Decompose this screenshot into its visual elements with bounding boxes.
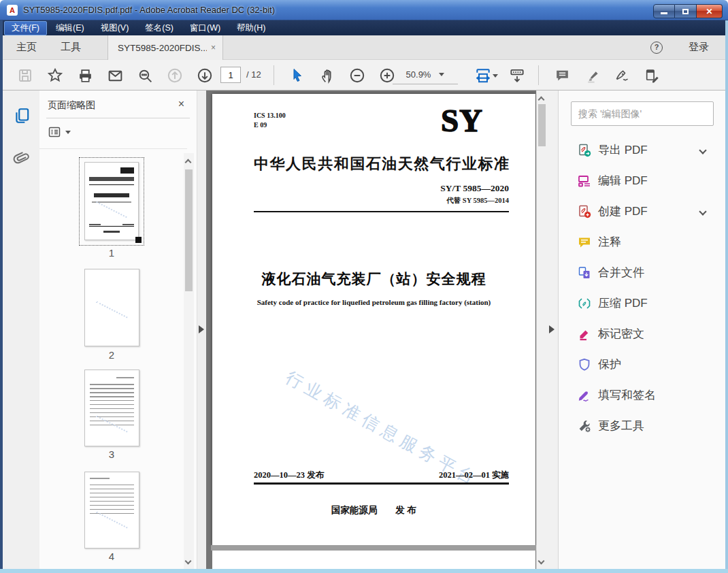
tab-home[interactable]: 主页 — [16, 41, 37, 54]
collapse-right-arrow-icon[interactable] — [549, 325, 555, 333]
tab-tools[interactable]: 工具 — [61, 41, 81, 54]
document-tab-label: SYT5985-2020FDIS... — [118, 43, 207, 53]
comment-tool-icon[interactable] — [552, 66, 572, 85]
zoom-level-dropdown[interactable]: 50.9% — [393, 65, 458, 84]
search-zoom-icon[interactable] — [135, 66, 154, 85]
menu-file[interactable]: 文件(F) — [4, 21, 47, 35]
fit-options-caret[interactable] — [491, 66, 499, 85]
previous-page-icon[interactable] — [165, 66, 184, 85]
toolbar: / 12 50.9% — [3, 60, 725, 91]
next-page-icon[interactable] — [195, 66, 214, 85]
edit-pdf-icon — [578, 174, 591, 188]
tool-edit-pdf[interactable]: 编辑 PDF — [559, 165, 725, 196]
page-thumbnails-icon[interactable] — [13, 107, 31, 125]
divider — [254, 211, 509, 212]
highlight-tool-icon[interactable] — [582, 66, 601, 85]
page-number-input[interactable] — [220, 67, 241, 83]
tools-search-input[interactable] — [571, 101, 714, 126]
scroll-up-icon — [185, 159, 192, 166]
tool-create-pdf[interactable]: 创建 PDF — [559, 196, 725, 227]
tool-label: 更多工具 — [598, 418, 644, 433]
tool-protect[interactable]: 保护 — [559, 349, 725, 380]
collapse-left-arrow-icon[interactable] — [199, 325, 204, 333]
thumbnail-page-1[interactable] — [79, 157, 144, 246]
thumbnails-panel: 页面缩略图 × 1 2 — [39, 91, 197, 569]
tool-redact[interactable]: 标记密文 — [559, 318, 725, 349]
menu-sign[interactable]: 签名(S) — [137, 21, 181, 35]
tool-compress-pdf[interactable]: 压缩 PDF — [559, 288, 725, 318]
tool-label: 编辑 PDF — [598, 173, 648, 189]
tool-label: 填写和签名 — [598, 387, 656, 403]
tool-comment[interactable]: 注释 — [559, 227, 725, 257]
fit-width-icon[interactable] — [474, 66, 493, 85]
close-button[interactable]: ✕ — [697, 4, 723, 18]
tool-fill-sign[interactable]: 填写和签名 — [559, 380, 725, 410]
menu-window[interactable]: 窗口(W) — [182, 21, 228, 35]
hand-tool-icon[interactable] — [318, 66, 337, 85]
print-icon[interactable] — [76, 66, 95, 85]
document-tab[interactable]: SYT5985-2020FDIS... × — [107, 35, 223, 60]
save-icon[interactable] — [16, 66, 35, 85]
zoom-out-icon[interactable] — [348, 66, 367, 85]
thumbnail-page-3[interactable] — [84, 370, 139, 446]
right-panel-collapse-strip — [546, 91, 558, 569]
panel-close-icon[interactable]: × — [178, 98, 184, 110]
menu-edit[interactable]: 编辑(E) — [48, 21, 92, 35]
maximize-button[interactable] — [675, 4, 697, 18]
attachments-paperclip-icon[interactable] — [13, 150, 31, 168]
comment-icon — [578, 235, 591, 249]
chevron-down-icon — [65, 131, 71, 134]
left-panel-collapse-strip — [197, 91, 206, 569]
acrobat-window: A SYT5985-2020FDIS.pdf.pdf - Adobe Acrob… — [0, 0, 728, 573]
tool-more-tools[interactable]: 更多工具 — [559, 410, 725, 441]
tab-bar: 主页 工具 SYT5985-2020FDIS... × ? 登录 — [3, 35, 725, 60]
thumbnail-page-2[interactable] — [84, 269, 139, 346]
document-canvas[interactable]: ICS 13.100 E 09 SY 中华人民共和国石油天然气行业标准 SY/T… — [206, 91, 546, 569]
star-icon[interactable] — [46, 66, 65, 85]
tab-close-icon[interactable]: × — [211, 43, 216, 52]
scroll-down-icon — [538, 558, 545, 565]
selection-handle[interactable] — [135, 237, 142, 243]
more-tools-icon — [578, 419, 591, 433]
menu-view[interactable]: 视图(V) — [93, 21, 137, 35]
tool-combine-files[interactable]: 合并文件 — [559, 257, 725, 288]
navigation-rail — [3, 91, 39, 569]
compress-pdf-icon — [578, 297, 591, 310]
thumbnail-options-button[interactable] — [48, 125, 71, 139]
menu-help[interactable]: 帮助(H) — [229, 21, 273, 35]
minimize-button[interactable] — [653, 4, 675, 18]
export-pdf-icon — [578, 144, 591, 157]
title-bar: A SYT5985-2020FDIS.pdf.pdf - Adobe Acrob… — [0, 0, 728, 20]
tool-label: 注释 — [598, 234, 621, 250]
email-icon[interactable] — [105, 66, 125, 85]
document-scrollbar[interactable] — [536, 91, 546, 569]
scrollbar-thumb[interactable] — [538, 104, 546, 146]
window-frame-right — [725, 20, 728, 569]
ics-class: E 09 — [254, 120, 286, 130]
acrobat-app-icon: A — [7, 5, 18, 16]
thumbnails-panel-title: 页面缩略图 — [48, 99, 95, 112]
tool-label: 创建 PDF — [598, 203, 648, 219]
thumbnail-page-4[interactable] — [84, 472, 139, 549]
replaces-note: 代替 SY 5985—2014 — [446, 196, 509, 206]
zoom-level-value: 50.9% — [406, 69, 431, 80]
scroll-mode-icon[interactable] — [508, 66, 527, 85]
tools-panel: 导出 PDF 编辑 PDF 创建 PDF 注释 — [558, 91, 725, 569]
sign-tool-icon[interactable] — [612, 66, 631, 85]
scrollbar-thumb[interactable] — [185, 169, 193, 291]
issue-date: 2020—10—23 发布 — [254, 470, 324, 481]
select-tool-icon[interactable] — [288, 66, 307, 85]
chevron-down-icon[interactable] — [700, 209, 706, 214]
chevron-down-icon[interactable] — [700, 148, 706, 153]
thumbnail-3-label: 3 — [79, 448, 144, 460]
tool-export-pdf[interactable]: 导出 PDF — [559, 135, 725, 165]
pdf-page-1[interactable]: ICS 13.100 E 09 SY 中华人民共和国石油天然气行业标准 SY/T… — [212, 94, 535, 545]
edit-page-tool-icon[interactable] — [642, 66, 661, 85]
scroll-down-icon — [185, 558, 192, 565]
help-icon[interactable]: ? — [650, 42, 663, 54]
tool-label: 导出 PDF — [598, 142, 648, 158]
thumbnails-scrollbar[interactable] — [184, 153, 194, 569]
fill-sign-icon — [578, 389, 591, 402]
effective-date: 2021—02—01 实施 — [439, 470, 509, 481]
sign-in-button[interactable]: 登录 — [689, 41, 709, 54]
